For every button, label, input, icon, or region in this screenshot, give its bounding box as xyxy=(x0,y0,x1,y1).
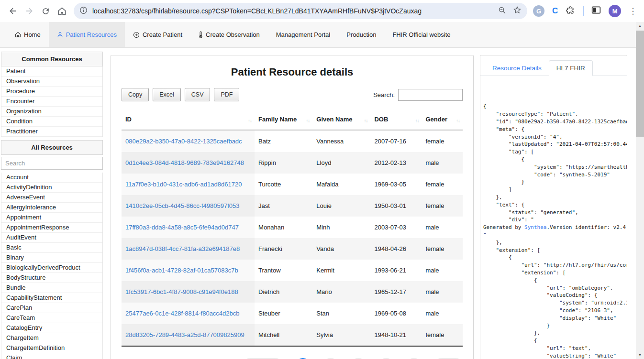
sidebar-item[interactable]: BodyStructure xyxy=(1,273,102,283)
patient-id-link[interactable]: 1ac8947d-038f-4cc7-81fa-a32e694187e8 xyxy=(125,245,240,252)
sidebar-item[interactable]: AdverseEvent xyxy=(1,193,102,203)
url-text[interactable]: localhost:32783/csp/fhirlab/resource.csp… xyxy=(92,7,494,15)
site-info-icon[interactable] xyxy=(79,6,88,16)
zoom-icon[interactable] xyxy=(498,6,506,16)
export-button[interactable]: PDF xyxy=(214,88,239,101)
all-resources-header: All Resources xyxy=(1,140,103,155)
reload-icon[interactable] xyxy=(37,3,54,19)
patient-id-link[interactable]: 17ff80a3-dda8-4a58-a8c5-6fe94ad0d747 xyxy=(125,224,239,231)
profile-avatar[interactable]: M xyxy=(609,5,621,17)
page-scrollbar: ▲ ▼ xyxy=(636,22,644,359)
json-line: "url": "text", xyxy=(483,345,624,352)
patient-id-link[interactable]: 11a7f0e3-b1d0-431c-adb6-ad1ad8d61720 xyxy=(125,181,242,188)
nav-item-fhir-official-website[interactable]: FHIR Official website xyxy=(384,22,458,47)
sidebar-item[interactable]: CarePlan xyxy=(1,303,102,313)
json-line: "resourceType": "Patient", xyxy=(483,110,624,118)
sidebar-item[interactable]: CareTeam xyxy=(1,313,102,323)
json-line: "valueCoding": { xyxy=(483,292,624,299)
sidebar-item[interactable]: Organization xyxy=(1,107,102,117)
sidebar-item[interactable]: Patient xyxy=(1,66,102,76)
nav-item-production[interactable]: Production xyxy=(338,22,384,47)
scrollbar-down-arrow[interactable]: ▼ xyxy=(636,351,644,359)
sidebar-item[interactable]: Basic xyxy=(1,243,102,253)
synthea-link[interactable]: Synthea xyxy=(524,224,546,230)
resource-detail-panel: Resource Details HL7 FHIR { "resourceTyp… xyxy=(480,55,627,359)
export-button[interactable]: Copy xyxy=(122,88,149,101)
gender-cell: male xyxy=(422,303,463,324)
sidebar-item[interactable]: AppointmentResponse xyxy=(1,223,102,233)
extensions-puzzle-icon[interactable] xyxy=(566,5,575,17)
export-button[interactable]: Excel xyxy=(153,88,181,101)
column-header-id[interactable]: ID↑↓ xyxy=(122,110,255,130)
column-header-given-name[interactable]: Given Name↑↓ xyxy=(312,110,370,130)
sidebar-item[interactable]: AllergyIntolerance xyxy=(1,203,102,213)
split-screen-icon[interactable] xyxy=(591,6,601,16)
patient-id-link[interactable]: 1f456f0a-acb1-4728-82af-01ca57083c7b xyxy=(125,267,238,274)
tab-resource-details[interactable]: Resource Details xyxy=(485,61,549,76)
family-name-cell: Trantow xyxy=(255,260,312,281)
scrollbar-up-arrow[interactable]: ▲ xyxy=(636,22,644,30)
sidebar-item[interactable]: ActivityDefinition xyxy=(1,183,102,193)
sort-icon: ↑↓ xyxy=(364,118,367,123)
sidebar-item[interactable]: AuditEvent xyxy=(1,233,102,243)
column-header-gender[interactable]: Gender↑↓ xyxy=(422,110,463,130)
sidebar-item[interactable]: BiologicallyDerivedProduct xyxy=(1,263,102,273)
home-icon[interactable] xyxy=(54,3,70,19)
gender-cell: female xyxy=(422,130,463,152)
patient-id-link[interactable]: 25477ae6-0c1e-428f-8814-f80acc4d2bcb xyxy=(125,310,240,317)
patient-id-link[interactable]: 0d1c4ee3-084d-4818-9689-783e94162748 xyxy=(125,159,244,166)
column-header-dob[interactable]: DOB↑↓ xyxy=(370,110,422,130)
given-name-cell: Mafalda xyxy=(312,174,370,195)
sidebar-item[interactable]: CatalogEntry xyxy=(1,323,102,333)
sidebar-item[interactable]: Procedure xyxy=(1,87,102,97)
detail-tabs: Resource Details HL7 FHIR xyxy=(480,55,627,76)
browser-menu-icon[interactable]: ⋮ xyxy=(629,7,637,15)
gender-cell: male xyxy=(422,281,463,303)
nav-item-home[interactable]: Home xyxy=(7,22,49,47)
main-panel: Patient Resource details CopyExcelCSVPDF… xyxy=(111,55,474,359)
sidebar-item[interactable]: Condition xyxy=(1,117,102,127)
url-bar[interactable]: localhost:32783/csp/fhirlab/resource.csp… xyxy=(74,3,527,19)
sidebar-item[interactable]: Account xyxy=(1,173,102,183)
sidebar-item[interactable]: ChargeItem xyxy=(1,333,102,343)
sidebar-item[interactable]: CapabilityStatement xyxy=(1,293,102,303)
table-row: 1f456f0a-acb1-4728-82af-01ca57083c7b Tra… xyxy=(122,260,463,281)
patient-id-link[interactable]: 28d83205-7289-4483-a25d-877009825909 xyxy=(125,331,244,338)
table-search-input[interactable] xyxy=(398,89,463,101)
back-icon[interactable] xyxy=(5,3,21,19)
sidebar-item[interactable]: Bundle xyxy=(1,283,102,293)
column-header-family-name[interactable]: Family Name↑↓ xyxy=(255,110,312,130)
scrollbar-thumb[interactable] xyxy=(636,31,644,137)
family-name-cell: Dietrich xyxy=(255,281,312,303)
sidebar-item[interactable]: ChargeItemDefinition xyxy=(1,343,102,353)
bookmark-star-icon[interactable] xyxy=(513,6,522,16)
sidebar-item[interactable]: Binary xyxy=(1,253,102,263)
dob-cell: 1950-03-01 xyxy=(370,195,422,217)
patient-id-link[interactable]: 1410c2ee-05cb-4d45-86cc-f4980597f053 xyxy=(125,202,240,209)
family-name-cell: Jast xyxy=(255,195,312,217)
json-line: "code": "2106-3", xyxy=(483,307,624,315)
sidebar-item[interactable]: Appointment xyxy=(1,213,102,223)
patient-id-link[interactable]: 1fc53917-6bc1-4f87-9008-c91e94f0e188 xyxy=(125,288,238,295)
nav-item-management-portal[interactable]: Management Portal xyxy=(268,22,338,47)
nav-item-create-patient[interactable]: Create Patient xyxy=(125,22,190,47)
json-line: "text": { xyxy=(483,201,624,209)
sidebar-item[interactable]: Claim xyxy=(1,353,102,359)
table-row: 1410c2ee-05cb-4d45-86cc-f4980597f053 Jas… xyxy=(122,195,463,217)
patient-id-link[interactable]: 080e29a2-b350-47a0-8422-1325caefbadc xyxy=(125,138,242,145)
sidebar-item[interactable]: Encounter xyxy=(1,97,102,107)
extension-g-icon[interactable]: G xyxy=(533,5,544,17)
tab-hl7-fhir[interactable]: HL7 FHIR xyxy=(549,60,593,76)
patient-table: ID↑↓ Family Name↑↓ Given Name↑↓ DOB↑↓ Ge… xyxy=(122,110,463,347)
nav-item-create-observation[interactable]: Create Observation xyxy=(190,22,268,47)
gender-cell: male xyxy=(422,217,463,238)
sidebar-search-input[interactable] xyxy=(1,157,103,170)
forward-icon[interactable] xyxy=(21,3,37,19)
sidebar-item[interactable]: Observation xyxy=(1,76,102,87)
gender-cell: female xyxy=(422,195,463,217)
extension-c-icon[interactable]: C xyxy=(552,6,558,16)
nav-item-patient-resources[interactable]: Patient Resources xyxy=(49,22,125,47)
sidebar-item[interactable]: Practitioner xyxy=(1,127,102,137)
export-button[interactable]: CSV xyxy=(185,88,211,101)
gender-cell: female xyxy=(422,174,463,195)
